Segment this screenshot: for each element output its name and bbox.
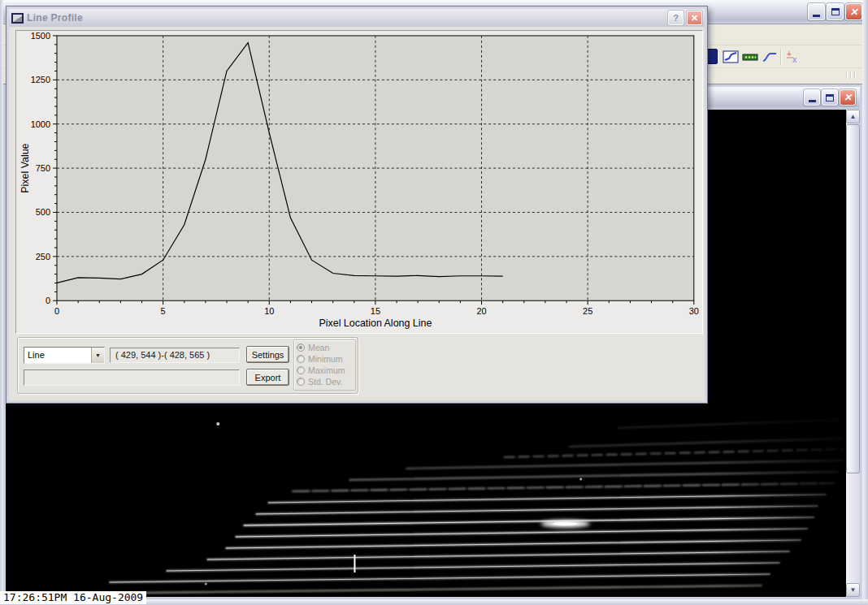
image-caption-buttons: ✕ bbox=[804, 89, 856, 106]
window-frame-right bbox=[862, 0, 868, 605]
svg-text:0: 0 bbox=[46, 296, 50, 305]
dropdown-value: Line bbox=[24, 348, 91, 363]
chevron-down-icon[interactable]: ▼ bbox=[91, 348, 104, 363]
svg-text:1500: 1500 bbox=[31, 31, 50, 41]
help-button[interactable]: ? bbox=[668, 11, 684, 25]
minimize-icon bbox=[809, 100, 816, 102]
controls-group: Line ▼ ( 429, 544 )-( 428, 565 ) Setting… bbox=[17, 337, 358, 394]
svg-text:25: 25 bbox=[583, 306, 592, 316]
main-caption-buttons: ✕ bbox=[808, 3, 862, 20]
svg-text:10: 10 bbox=[264, 306, 274, 316]
timestamp-overlay: 17:26:51PM 16-Aug-2009 bbox=[0, 591, 146, 604]
svg-text:20: 20 bbox=[476, 306, 486, 316]
vertical-scrollbar[interactable]: ▲ ▼ bbox=[846, 110, 860, 597]
image-close-button[interactable]: ✕ bbox=[840, 89, 856, 106]
settings-button[interactable]: Settings bbox=[246, 346, 289, 363]
line-profile-icon bbox=[11, 13, 24, 24]
close-icon: ✕ bbox=[844, 93, 852, 102]
svg-text:x: x bbox=[792, 55, 797, 64]
image-maximize-button[interactable] bbox=[822, 89, 838, 106]
screen: ✕ +x ✕ ▲ ▼ Line Pro bbox=[0, 0, 868, 605]
export-button[interactable]: Export bbox=[246, 369, 289, 386]
scroll-up-button[interactable]: ▲ bbox=[846, 110, 860, 123]
radio-circle-icon[interactable] bbox=[297, 355, 305, 363]
line-chart-icon[interactable] bbox=[722, 49, 739, 64]
svg-text:750: 750 bbox=[36, 163, 50, 173]
scroll-down-button[interactable]: ▼ bbox=[846, 583, 860, 597]
statistics-radio-group: MeanMinimumMaximumStd. Dev. bbox=[293, 339, 356, 391]
radio-label: Minimum bbox=[308, 354, 343, 364]
radio-circle-icon[interactable] bbox=[297, 344, 305, 352]
svg-text:1250: 1250 bbox=[31, 75, 50, 84]
coordinates-field[interactable]: ( 429, 544 )-( 428, 565 ) bbox=[110, 348, 240, 363]
radio-circle-icon[interactable] bbox=[297, 366, 305, 374]
svg-text:30: 30 bbox=[689, 306, 699, 316]
svg-text:1000: 1000 bbox=[31, 119, 50, 129]
radio-maximum[interactable]: Maximum bbox=[297, 365, 353, 376]
profile-type-dropdown[interactable]: Line ▼ bbox=[24, 347, 105, 364]
close-button[interactable]: ✕ bbox=[845, 3, 862, 20]
maximize-icon bbox=[831, 8, 840, 15]
toolbar-separator bbox=[780, 49, 782, 64]
add-remove-points-icon: +x bbox=[785, 49, 802, 64]
svg-text:Pixel Value: Pixel Value bbox=[20, 143, 31, 192]
radio-std-dev[interactable]: Std. Dev. bbox=[297, 376, 353, 387]
scroll-up-icon: ▲ bbox=[850, 113, 857, 120]
radio-mean[interactable]: Mean bbox=[297, 342, 353, 353]
svg-text:Pixel Location Along Line: Pixel Location Along Line bbox=[319, 318, 432, 329]
radio-label: Std. Dev. bbox=[308, 377, 342, 387]
line-profile-dialog: Line Profile ? ✕ 02505007501000125015000… bbox=[7, 6, 707, 403]
profile-curve-icon[interactable] bbox=[761, 49, 778, 64]
colorbar-icon[interactable] bbox=[741, 49, 758, 64]
maximize-button[interactable] bbox=[827, 3, 844, 20]
help-icon: ? bbox=[673, 13, 679, 23]
image-minimize-button[interactable] bbox=[804, 89, 820, 106]
line-profile-chart: 0250500750100012501500051015202530Pixel … bbox=[16, 31, 702, 333]
radio-minimum[interactable]: Minimum bbox=[297, 353, 353, 365]
svg-text:0: 0 bbox=[54, 306, 59, 316]
toolbar-gripper[interactable] bbox=[846, 71, 856, 79]
radio-label: Maximum bbox=[308, 365, 345, 375]
svg-text:+: + bbox=[787, 50, 792, 58]
svg-text:5: 5 bbox=[161, 306, 166, 316]
window-frame-left bbox=[0, 0, 3, 605]
maximize-icon bbox=[826, 94, 834, 102]
chart-panel: 0250500750100012501500051015202530Pixel … bbox=[15, 30, 703, 334]
svg-text:15: 15 bbox=[371, 306, 380, 316]
minimize-button[interactable] bbox=[808, 3, 825, 20]
close-icon: ✕ bbox=[691, 13, 698, 24]
dialog-close-button[interactable]: ✕ bbox=[687, 11, 702, 25]
secondary-field[interactable] bbox=[24, 369, 240, 386]
svg-text:250: 250 bbox=[36, 252, 50, 261]
scroll-down-icon: ▼ bbox=[850, 586, 857, 594]
scrollbar-thumb[interactable] bbox=[846, 124, 860, 473]
dialog-title: Line Profile bbox=[27, 12, 665, 24]
dialog-titlebar[interactable]: Line Profile ? ✕ bbox=[9, 9, 705, 27]
svg-text:500: 500 bbox=[36, 207, 50, 217]
radio-circle-icon[interactable] bbox=[297, 378, 305, 386]
minimize-icon bbox=[813, 15, 820, 17]
radio-label: Mean bbox=[308, 343, 329, 352]
close-icon: ✕ bbox=[849, 7, 857, 17]
